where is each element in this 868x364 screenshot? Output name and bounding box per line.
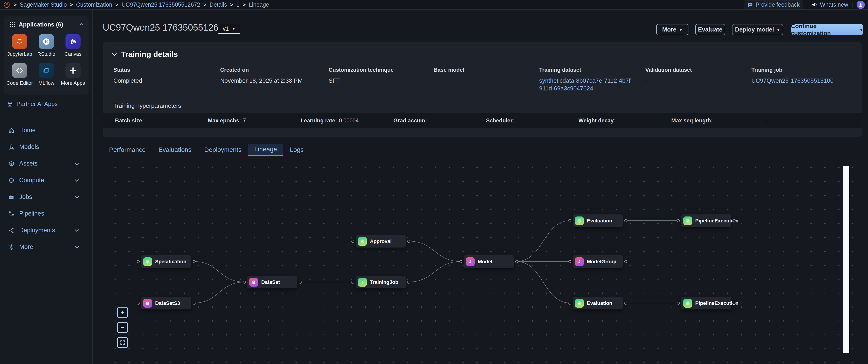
- app-more-apps[interactable]: More Apps: [60, 63, 86, 86]
- lineage-node-dataset[interactable]: DataSet: [247, 276, 297, 288]
- collapse-chevron-icon[interactable]: [79, 22, 84, 27]
- lineage-node-modelgroup[interactable]: ModelGroup: [573, 255, 623, 268]
- document-icon: [143, 299, 152, 308]
- more-button[interactable]: More▼: [656, 24, 688, 35]
- node-input-port: [568, 302, 571, 305]
- tab-lineage[interactable]: Lineage: [248, 144, 283, 156]
- field-label: Training job: [751, 67, 852, 73]
- node-input-port: [677, 302, 680, 305]
- app-canvas[interactable]: Canvas: [60, 34, 86, 57]
- sidebar-item-jobs[interactable]: Jobs: [0, 189, 92, 205]
- document-icon: [249, 278, 258, 287]
- training-job-link[interactable]: UC97Qwen25-1763505513100: [751, 77, 852, 84]
- check-badge-icon: [575, 217, 584, 225]
- sidebar-item-label: Jobs: [19, 193, 32, 200]
- breadcrumb-item[interactable]: 1: [237, 1, 240, 8]
- field-status: Status Completed: [114, 67, 214, 84]
- zoom-in-button[interactable]: +: [117, 307, 128, 318]
- sidebar-item-pipelines[interactable]: Pipelines: [0, 205, 92, 222]
- node-input-port: [243, 281, 246, 284]
- models-icon: [8, 144, 14, 150]
- node-label: TrainingJob: [370, 279, 398, 285]
- chevron-down-icon: [74, 244, 80, 250]
- training-details-heading[interactable]: Training details: [111, 50, 178, 59]
- svg-text:R: R: [44, 39, 48, 44]
- partner-ai-apps-link[interactable]: Partner AI Apps: [7, 101, 58, 108]
- tab-performance[interactable]: Performance: [103, 144, 152, 156]
- node-output-port: [733, 219, 736, 222]
- deployments-icon: [8, 227, 14, 233]
- rstudio-icon: R: [39, 34, 54, 49]
- check-badge-icon: [683, 299, 692, 308]
- chevron-down-icon: [74, 194, 80, 200]
- breadcrumb-item[interactable]: Customization: [76, 1, 112, 8]
- person-icon: [858, 2, 864, 8]
- hyper-dash: -: [764, 117, 768, 124]
- zoom-out-button[interactable]: −: [117, 322, 128, 333]
- field-validation-dataset: Validation dataset -: [645, 67, 746, 84]
- sidebar-item-compute[interactable]: Compute: [0, 172, 92, 189]
- sidebar-item-home[interactable]: Home: [0, 122, 92, 139]
- continue-customization-button[interactable]: Continue customization▼: [791, 24, 863, 35]
- node-label: PipelineExecution: [695, 300, 739, 306]
- tab-logs[interactable]: Logs: [283, 144, 310, 156]
- sidebar-item-models[interactable]: Models: [0, 139, 92, 155]
- provide-feedback-button[interactable]: Provide feedback: [744, 0, 803, 9]
- app-label: RStudio: [37, 51, 55, 57]
- sagemaker-studio-page: > SageMaker Studio > Customization > UC9…: [0, 0, 868, 364]
- fit-view-button[interactable]: [117, 337, 128, 348]
- vertical-scrollbar[interactable]: [843, 166, 849, 353]
- node-label: ModelGroup: [587, 259, 617, 265]
- tab-evaluations[interactable]: Evaluations: [152, 144, 198, 156]
- node-output-port: [407, 281, 410, 284]
- applications-panel: Applications (6) JupyterLab R RStudio: [4, 17, 89, 94]
- sidebar-item-label: Compute: [19, 177, 44, 184]
- check-badge-icon: [575, 299, 584, 308]
- app-code-editor[interactable]: Code Editor: [6, 63, 33, 86]
- lineage-graph-canvas[interactable]: Specification DataSetS3 DataSet Approval…: [103, 158, 866, 364]
- top-bar: > SageMaker Studio > Customization > UC9…: [0, 0, 868, 9]
- section-title: Training details: [121, 50, 178, 59]
- hyper-max-seq-length: Max seq length:: [671, 117, 714, 124]
- breadcrumb-item[interactable]: UC97Qwen25 1763505512672: [122, 1, 200, 8]
- lineage-node-evaluation-top[interactable]: Evaluation: [573, 215, 623, 227]
- sidebar-item-assets[interactable]: Assets: [0, 155, 92, 172]
- user-avatar[interactable]: [857, 1, 865, 9]
- sidebar-item-deployments[interactable]: Deployments: [0, 222, 92, 239]
- node-label: Evaluation: [587, 300, 612, 306]
- app-rstudio[interactable]: R RStudio: [33, 34, 60, 57]
- field-customization-technique: Customization technique SFT: [329, 67, 429, 84]
- jupyterlab-icon: [12, 34, 27, 49]
- lineage-node-evaluation-bottom[interactable]: Evaluation: [573, 297, 623, 309]
- tab-deployments[interactable]: Deployments: [198, 144, 248, 156]
- field-label: Status: [114, 67, 214, 73]
- app-mlflow[interactable]: MLflow: [33, 63, 60, 86]
- lineage-node-datasets3[interactable]: DataSetS3: [141, 297, 191, 309]
- lineage-node-pipelineexecution-top[interactable]: PipelineExecution: [681, 215, 731, 227]
- compute-icon: [8, 177, 14, 184]
- app-label: Canvas: [64, 51, 82, 57]
- version-select[interactable]: v1 ▼: [218, 24, 240, 34]
- lineage-node-trainingjob[interactable]: TrainingJob: [356, 276, 406, 288]
- lineage-node-pipelineexecution-bottom[interactable]: PipelineExecution: [681, 297, 731, 309]
- sagemaker-logo-icon[interactable]: [3, 1, 10, 8]
- app-jupyterlab[interactable]: JupyterLab: [6, 34, 33, 57]
- evaluate-button[interactable]: Evaluate: [695, 24, 725, 35]
- chevron-down-icon: [74, 228, 80, 233]
- whats-new-button[interactable]: Whats new: [811, 1, 848, 8]
- breadcrumb-item[interactable]: SageMaker Studio: [20, 1, 67, 8]
- breadcrumb-item[interactable]: Details: [210, 1, 227, 8]
- card-divider: [103, 99, 862, 99]
- sidebar-item-more[interactable]: More: [0, 239, 92, 255]
- sidebar-item-label: Home: [19, 127, 36, 134]
- field-label: Customization technique: [329, 67, 429, 73]
- node-label: Evaluation: [587, 218, 612, 224]
- lineage-node-approval[interactable]: Approval: [356, 235, 406, 248]
- megaphone-icon: [811, 2, 817, 8]
- node-label: DataSetS3: [155, 300, 180, 306]
- whats-new-label: Whats new: [820, 1, 848, 8]
- lineage-node-specification[interactable]: Specification: [141, 255, 191, 268]
- deploy-model-button[interactable]: Deploy model▼: [732, 24, 783, 35]
- lineage-node-model[interactable]: Model: [464, 255, 514, 268]
- training-dataset-link[interactable]: syntheticdata-8b07ca7e-7112-4b7f-911d-69…: [539, 77, 635, 92]
